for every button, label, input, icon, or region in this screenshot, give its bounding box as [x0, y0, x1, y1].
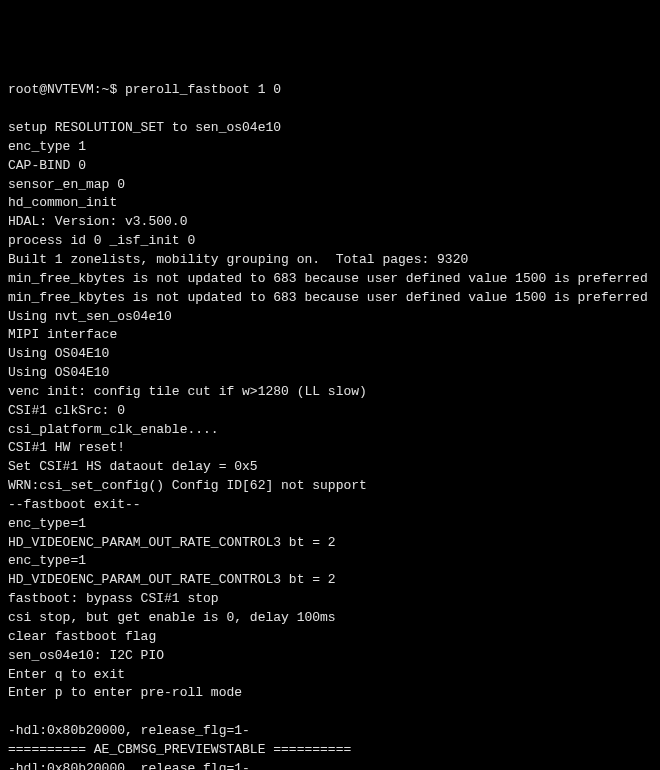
output-line: Using nvt_sen_os04e10: [8, 308, 652, 327]
output-line: -hdl:0x80b20000, release_flg=1-: [8, 722, 652, 741]
output-line: sen_os04e10: I2C PIO: [8, 647, 652, 666]
output-line: clear fastboot flag: [8, 628, 652, 647]
output-line: Using OS04E10: [8, 364, 652, 383]
output-line: min_free_kbytes is not updated to 683 be…: [8, 289, 652, 308]
output-line: CSI#1 HW reset!: [8, 439, 652, 458]
prompt-command: preroll_fastboot 1 0: [125, 82, 281, 97]
output-line: min_free_kbytes is not updated to 683 be…: [8, 270, 652, 289]
output-line: CAP-BIND 0: [8, 157, 652, 176]
output-line: fastboot: bypass CSI#1 stop: [8, 590, 652, 609]
terminal-prompt-line[interactable]: root@NVTEVM:~$ preroll_fastboot 1 0: [8, 81, 652, 100]
output-line: enc_type=1: [8, 515, 652, 534]
output-line: enc_type 1: [8, 138, 652, 157]
output-line: csi_platform_clk_enable....: [8, 421, 652, 440]
output-line: --fastboot exit--: [8, 496, 652, 515]
output-line: setup RESOLUTION_SET to sen_os04e10: [8, 119, 652, 138]
output-line: process id 0 _isf_init 0: [8, 232, 652, 251]
output-line: CSI#1 clkSrc: 0: [8, 402, 652, 421]
output-line: [8, 703, 652, 722]
output-line: enc_type=1: [8, 552, 652, 571]
output-line: hd_common_init: [8, 194, 652, 213]
output-line: HD_VIDEOENC_PARAM_OUT_RATE_CONTROL3 bt =…: [8, 534, 652, 553]
output-line: venc init: config tile cut if w>1280 (LL…: [8, 383, 652, 402]
output-line: HD_VIDEOENC_PARAM_OUT_RATE_CONTROL3 bt =…: [8, 571, 652, 590]
output-line: Enter q to exit: [8, 666, 652, 685]
output-line: Built 1 zonelists, mobility grouping on.…: [8, 251, 652, 270]
terminal-output: setup RESOLUTION_SET to sen_os04e10enc_t…: [8, 119, 652, 770]
output-line: ========== AE_CBMSG_PREVIEWSTABLE ======…: [8, 741, 652, 760]
output-line: WRN:csi_set_config() Config ID[62] not s…: [8, 477, 652, 496]
output-line: Set CSI#1 HS dataout delay = 0x5: [8, 458, 652, 477]
output-line: HDAL: Version: v3.500.0: [8, 213, 652, 232]
output-line: Enter p to enter pre-roll mode: [8, 684, 652, 703]
output-line: csi stop, but get enable is 0, delay 100…: [8, 609, 652, 628]
output-line: -hdl:0x80b20000, release_flg=1-: [8, 760, 652, 770]
output-line: Using OS04E10: [8, 345, 652, 364]
prompt-user-host: root@NVTEVM:~$: [8, 82, 117, 97]
output-line: sensor_en_map 0: [8, 176, 652, 195]
output-line: MIPI interface: [8, 326, 652, 345]
